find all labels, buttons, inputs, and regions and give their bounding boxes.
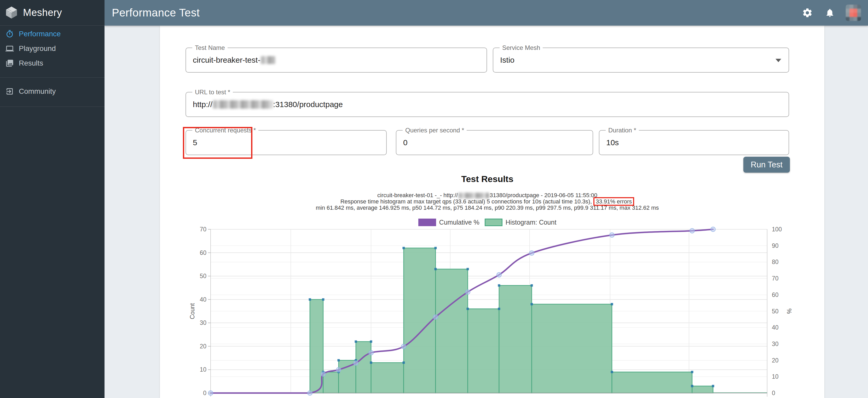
svg-text:30: 30 (772, 340, 779, 347)
svg-text:20: 20 (772, 357, 779, 364)
sidebar-item-results[interactable]: Results (0, 56, 104, 70)
svg-text:10: 10 (199, 366, 207, 373)
results-line1: circuit-breaker-test-01 -_- http://31380… (186, 192, 789, 198)
url-prefix: http:// (193, 100, 212, 109)
service-mesh-value: Istio (500, 48, 515, 72)
sidebar-item-community[interactable]: Community (0, 84, 104, 99)
svg-text:40: 40 (199, 296, 207, 303)
sidebar-item-label: Results (19, 59, 43, 67)
duration-value: 10s (606, 131, 619, 155)
app-header: Performance Test (104, 0, 868, 26)
url-to-test-field[interactable]: URL to test * http://:31380/productpage (186, 92, 789, 117)
masked-text (213, 100, 273, 109)
settings-gear-icon[interactable] (801, 6, 814, 20)
exit-to-app-icon (5, 87, 14, 96)
stopwatch-icon (5, 30, 14, 38)
svg-text:%: % (786, 308, 793, 313)
test-name-field[interactable]: Test Name circuit-breaker-test- (186, 47, 487, 73)
results-image-icon (5, 59, 14, 68)
response-time-histogram-chart[interactable]: 0102030405060700102030405060708090100Cou… (160, 214, 825, 398)
results-line2: Response time histogram at max target qp… (186, 198, 789, 205)
queries-per-second-value: 0 (403, 131, 408, 155)
svg-text:70: 70 (772, 275, 779, 282)
url-suffix: :31380/productpage (273, 100, 343, 109)
sidebar-item-label: Community (19, 87, 56, 96)
sidebar-item-performance[interactable]: Performance (0, 27, 104, 41)
svg-text:10: 10 (772, 373, 779, 380)
notifications-bell-icon[interactable] (823, 6, 837, 20)
results-description: circuit-breaker-test-01 -_- http://31380… (186, 192, 789, 211)
duration-field[interactable]: Duration * 10s (599, 130, 789, 155)
sidebar-item-playground[interactable]: Playground (0, 41, 104, 56)
svg-text:20: 20 (199, 343, 207, 350)
svg-text:90: 90 (772, 242, 779, 249)
svg-text:60: 60 (772, 292, 779, 298)
results-line3: min 61.842 ms, average 146.925 ms, p50 1… (186, 205, 789, 211)
svg-text:60: 60 (199, 250, 207, 256)
svg-text:0: 0 (203, 390, 207, 396)
brand[interactable]: Meshery (0, 0, 104, 26)
service-mesh-select[interactable]: Service Mesh Istio (493, 47, 789, 73)
svg-text:80: 80 (772, 259, 779, 265)
svg-text:40: 40 (772, 324, 779, 331)
chevron-down-icon[interactable] (775, 59, 781, 62)
masked-text (458, 193, 489, 198)
laptop-icon (5, 44, 14, 53)
svg-text:Count: Count (189, 303, 196, 319)
annotation-box-concurrent-requests (183, 127, 252, 159)
meshery-logo-icon (5, 5, 18, 20)
svg-text:50: 50 (199, 273, 207, 279)
svg-text:50: 50 (772, 308, 779, 315)
run-test-button[interactable]: Run Test (743, 157, 790, 173)
user-avatar[interactable] (845, 4, 861, 21)
svg-text:0: 0 (772, 390, 775, 396)
queries-per-second-field[interactable]: Queries per second * 0 (396, 130, 593, 155)
sidebar-item-label: Performance (19, 30, 61, 38)
brand-title: Meshery (23, 7, 62, 18)
sidebar-item-label: Playground (19, 44, 56, 53)
sidebar-divider (0, 106, 104, 107)
queries-per-second-label: Queries per second * (403, 127, 467, 134)
test-name-value: circuit-breaker-test- (193, 56, 260, 65)
svg-text:100: 100 (772, 226, 782, 233)
performance-test-panel: Test Name circuit-breaker-test- Service … (160, 26, 825, 398)
sidebar: Meshery Performance Playground Results C… (0, 0, 104, 398)
svg-text:70: 70 (199, 226, 207, 233)
svg-text:30: 30 (199, 320, 207, 326)
results-title: Test Results (186, 174, 789, 184)
page-title: Performance Test (112, 6, 199, 19)
masked-text (261, 56, 275, 64)
